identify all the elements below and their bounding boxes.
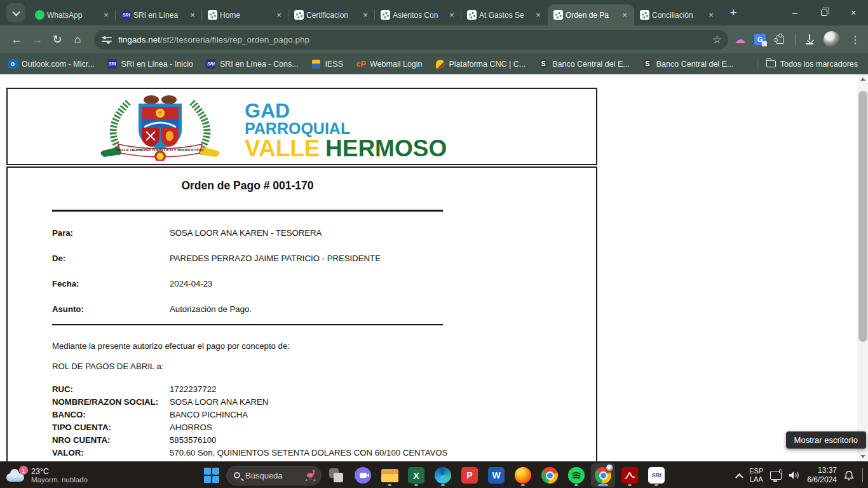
tab-whatsapp[interactable]: WhatsApp × <box>29 4 116 25</box>
acrobat-icon <box>621 467 638 484</box>
language-indicator[interactable]: ESP LAA <box>749 467 763 484</box>
bookmark-label: Banco Central del E... <box>656 60 734 69</box>
tab-conciliacion[interactable]: Conciliación × <box>634 4 721 25</box>
restore-button[interactable] <box>810 0 839 25</box>
tab-certificaciones[interactable]: Certificacion × <box>288 4 375 25</box>
bookmark-outlook[interactable]: oOutlook.com - Micr... <box>8 59 95 69</box>
memo-row-asunto: Asunto: Autorización de Pago. <box>52 297 596 322</box>
translate-icon[interactable]: G <box>754 34 766 45</box>
bookmark-sri-inicio[interactable]: SRISRI en Línea - Inicio <box>107 59 193 69</box>
scrollbar-thumb[interactable] <box>858 91 867 342</box>
forward-button[interactable]: → <box>27 29 47 50</box>
edge-icon <box>435 467 451 484</box>
sri-app[interactable]: SRI <box>644 463 668 487</box>
minimize-button[interactable]: – <box>780 0 810 25</box>
bookmark-star-icon[interactable]: ☆ <box>712 33 722 46</box>
field-value: AHORROS <box>170 421 212 434</box>
time: 13:37 <box>807 466 837 475</box>
tab-orden-de-pago-active[interactable]: Orden de Pa × <box>548 4 634 25</box>
pdf-app[interactable]: P <box>458 463 482 487</box>
downloads-icon[interactable] <box>804 34 815 44</box>
detail-row-nro-cuenta: NRO CUENTA: 5853576100 <box>52 434 596 447</box>
firefox-app[interactable] <box>511 463 535 487</box>
tab-home[interactable]: Home × <box>202 4 288 25</box>
close-icon[interactable]: × <box>705 10 717 21</box>
close-window-button[interactable]: × <box>839 0 868 25</box>
iess-icon <box>312 60 320 69</box>
document-logo-header: VALLE HERMOSO TURÍSTICO Y PRODUCTIVO GAD… <box>6 88 597 165</box>
bookmark-label: SRI en Línea - Inicio <box>121 60 193 69</box>
home-button[interactable]: ⌂ <box>67 29 88 50</box>
close-icon[interactable]: × <box>273 10 285 21</box>
memo-row-para: Para: SOSA LOOR ANA KAREN - TESORERA <box>52 220 596 246</box>
word-icon: W <box>488 467 505 484</box>
page-scrollbar[interactable] <box>857 74 868 461</box>
profile-avatar[interactable] <box>824 31 840 48</box>
pdf-app-icon: P <box>461 467 478 484</box>
back-button[interactable]: ← <box>6 29 27 50</box>
notifications-bell-icon[interactable] <box>844 470 854 481</box>
bookmark-banco-central-1[interactable]: SBanco Central del E... <box>538 59 630 69</box>
tab-search-button[interactable] <box>6 3 25 22</box>
site-settings-icon[interactable] <box>102 35 112 44</box>
all-bookmarks-button[interactable]: Todos los marcadores <box>766 59 858 69</box>
spotify-app[interactable] <box>564 463 588 487</box>
bookmark-label: IESS <box>325 60 344 69</box>
volume-icon[interactable] <box>789 470 800 480</box>
close-icon[interactable]: × <box>100 10 112 21</box>
acrobat-app[interactable] <box>618 463 642 487</box>
browser-menu-icon[interactable]: ⋮ <box>849 34 862 46</box>
sri-icon: SRI <box>121 10 131 20</box>
edge-app[interactable] <box>431 463 455 487</box>
scrollbar-up-arrow[interactable] <box>857 74 868 84</box>
scrollbar-down-arrow[interactable] <box>857 452 868 461</box>
cpanel-icon: cP <box>356 60 366 69</box>
close-icon[interactable]: × <box>532 10 544 21</box>
document-body: Orden de Pago # 001-170 Para: SOSA LOOR … <box>6 166 597 461</box>
extensions-puzzle-icon[interactable] <box>775 34 786 45</box>
page-content: VALLE HERMOSO TURÍSTICO Y PRODUCTIVO GAD… <box>0 74 868 461</box>
close-icon[interactable]: × <box>619 10 630 21</box>
divider-rule <box>52 210 443 212</box>
chrome-icon <box>541 467 558 484</box>
new-tab-button[interactable]: + <box>724 4 742 22</box>
orden-de-pago-document: VALLE HERMOSO TURÍSTICO Y PRODUCTIVO GAD… <box>6 88 597 461</box>
chrome-app[interactable] <box>538 463 562 487</box>
address-bar[interactable]: fingads.net/sf2/tesoreria/files/rep_orde… <box>94 30 728 50</box>
chat-app[interactable] <box>351 463 375 487</box>
bookmark-sri-consultas[interactable]: SRISRI en Línea - Cons... <box>206 59 299 69</box>
taskbar: 1 23°C Mayorm. nublado Búsqueda <box>0 461 868 488</box>
chrome-active-app[interactable] <box>591 463 615 487</box>
bookmark-banco-central-2[interactable]: SBanco Central del E... <box>642 59 734 69</box>
fingads-icon <box>208 10 217 20</box>
tab-sri-en-linea[interactable]: SRI SRI en Línea × <box>116 4 202 25</box>
weather-widget[interactable]: 1 23°C Mayorm. nublado <box>6 462 88 488</box>
bookmark-label: Banco Central del E... <box>552 60 630 69</box>
tab-label: SRI en Línea <box>133 11 184 20</box>
hidden-icons-chevron[interactable] <box>735 473 743 481</box>
fingads-icon <box>640 10 649 20</box>
bookmark-cnc[interactable]: Plataforma CNC | C... <box>435 59 526 69</box>
tab-at-gastos[interactable]: At Gastos Se × <box>461 4 548 25</box>
show-desktop-button[interactable] <box>862 468 863 482</box>
close-icon[interactable]: × <box>187 10 198 21</box>
clock[interactable]: 13:37 6/6/2024 <box>807 466 837 485</box>
url-text[interactable]: fingads.net/sf2/tesoreria/files/rep_orde… <box>118 35 712 44</box>
excel-app[interactable]: X <box>404 463 428 487</box>
file-explorer-app[interactable] <box>377 463 402 487</box>
memo-row-de: De: PAREDES PERRAZO JAIME PATRICIO - PRE… <box>52 246 596 271</box>
bookmark-webmail[interactable]: cPWebmail Login <box>356 59 422 69</box>
reload-button[interactable]: ↻ <box>47 29 67 50</box>
screenshot-extension-icon[interactable]: ☁ <box>735 33 745 46</box>
bookmark-iess[interactable]: IESS <box>311 59 344 69</box>
word-app[interactable]: W <box>484 463 508 487</box>
close-icon[interactable]: × <box>446 10 458 21</box>
close-icon[interactable]: × <box>360 10 371 21</box>
browser-toolbar: ← → ↻ ⌂ fingads.net/sf2/tesoreria/files/… <box>0 25 868 53</box>
start-button[interactable] <box>200 463 224 487</box>
task-view-button[interactable] <box>324 463 348 487</box>
taskbar-search[interactable]: Búsqueda <box>226 466 322 485</box>
network-icon[interactable] <box>770 471 782 480</box>
memo-row-fecha: Fecha: 2024-04-23 <box>52 271 596 297</box>
tab-asientos[interactable]: Asientos Con × <box>375 4 461 25</box>
